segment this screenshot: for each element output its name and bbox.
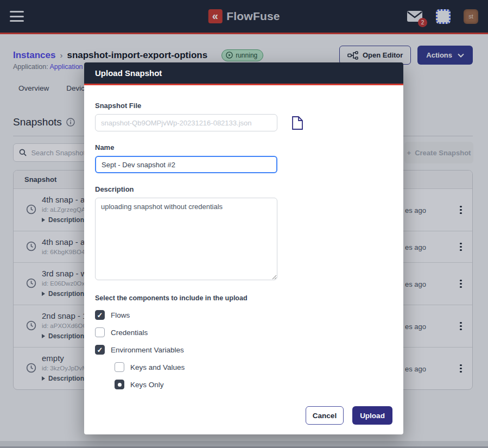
option-keys-only[interactable]: Keys Only	[115, 376, 392, 393]
environment-variables-checkbox[interactable]: ✓	[95, 345, 105, 355]
keys-and-values-radio[interactable]	[115, 362, 124, 372]
credentials-label: Credentials	[111, 329, 148, 337]
dialog-title: Upload Snapshot	[95, 68, 162, 78]
file-icon	[291, 116, 303, 130]
component-options: ✓ Flows Credentials ✓ Environment Variab…	[95, 306, 392, 393]
components-heading: Select the components to include in the …	[95, 294, 392, 302]
keys-and-values-label: Keys and Values	[130, 363, 185, 371]
environment-variables-label: Environment Variables	[111, 346, 184, 354]
option-flows[interactable]: ✓ Flows	[95, 306, 392, 324]
upload-snapshot-dialog: Upload Snapshot Snapshot File Name Descr…	[84, 62, 403, 434]
app-root: « FlowFuse 2 st Instances › snapshot-imp…	[0, 0, 488, 448]
dialog-header: Upload Snapshot	[84, 62, 403, 85]
choose-file-button[interactable]	[291, 116, 303, 130]
cancel-button[interactable]: Cancel	[306, 406, 344, 425]
name-label: Name	[95, 143, 392, 152]
flows-label: Flows	[111, 311, 130, 319]
keys-only-radio[interactable]	[115, 380, 124, 389]
credentials-checkbox[interactable]	[95, 327, 105, 337]
option-keys-and-values[interactable]: Keys and Values	[115, 358, 392, 376]
snapshot-file-input[interactable]	[95, 114, 277, 131]
snapshot-file-label: Snapshot File	[95, 102, 392, 110]
option-environment-variables[interactable]: ✓ Environment Variables	[95, 341, 392, 358]
name-input[interactable]	[95, 156, 277, 173]
description-textarea[interactable]: uploading snapshot without credentials	[95, 198, 277, 280]
upload-button[interactable]: Upload	[352, 406, 392, 425]
dialog-body: Snapshot File Name Description uploading…	[84, 85, 403, 434]
dialog-footer: Cancel Upload	[306, 406, 392, 425]
keys-only-label: Keys Only	[130, 381, 164, 389]
radio-dot	[118, 383, 122, 387]
description-label: Description	[95, 185, 392, 193]
flows-checkbox[interactable]: ✓	[95, 310, 105, 320]
option-credentials[interactable]: Credentials	[95, 324, 392, 341]
